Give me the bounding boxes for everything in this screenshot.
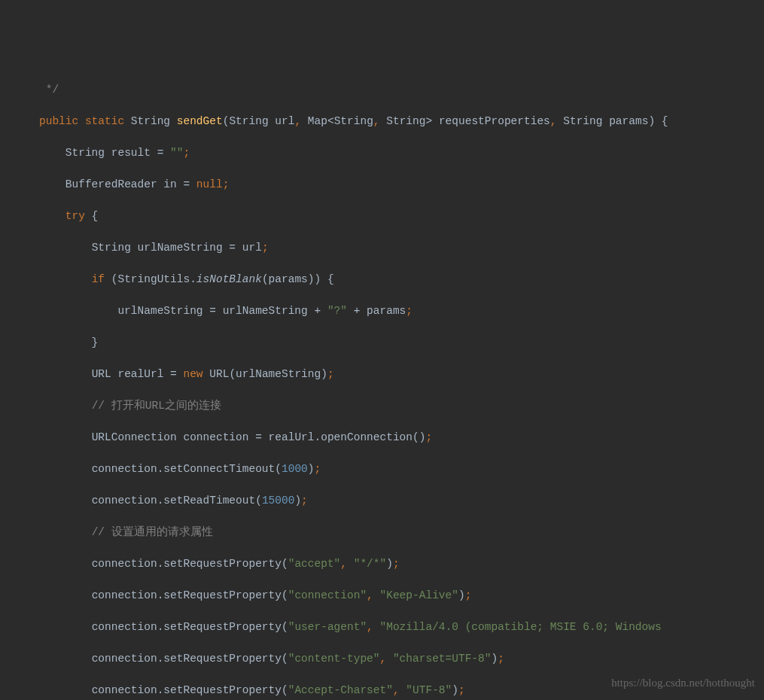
code-line: } bbox=[0, 335, 764, 351]
code-line: connection.setRequestProperty("connectio… bbox=[0, 588, 764, 604]
code-line: connection.setRequestProperty("content-t… bbox=[0, 651, 764, 667]
code-line: connection.setReadTimeout(15000); bbox=[0, 493, 764, 509]
code-line: BufferedReader in = null; bbox=[0, 177, 764, 193]
code-line: connection.setRequestProperty("user-agen… bbox=[0, 619, 764, 635]
code-line: urlNameString = urlNameString + "?" + pa… bbox=[0, 303, 764, 319]
code-line: connection.setRequestProperty("accept", … bbox=[0, 556, 764, 572]
code-line: // 打开和URL之间的连接 bbox=[0, 398, 764, 414]
code-line: public static String sendGet(String url,… bbox=[0, 114, 764, 129]
code-line: String result = ""; bbox=[0, 145, 764, 161]
watermark: https://blog.csdn.net/hotthought bbox=[611, 675, 755, 691]
code-line: URL realUrl = new URL(urlNameString); bbox=[0, 367, 764, 382]
code-line: if (StringUtils.isNotBlank(params)) { bbox=[0, 272, 764, 288]
code-line: URLConnection connection = realUrl.openC… bbox=[0, 430, 764, 446]
code-editor: */ public static String sendGet(String u… bbox=[0, 66, 764, 700]
code-line: */ bbox=[0, 82, 764, 98]
code-line: try { bbox=[0, 208, 764, 224]
code-line: String urlNameString = url; bbox=[0, 240, 764, 256]
code-line: // 设置通用的请求属性 bbox=[0, 525, 764, 540]
code-line: connection.setConnectTimeout(1000); bbox=[0, 461, 764, 477]
